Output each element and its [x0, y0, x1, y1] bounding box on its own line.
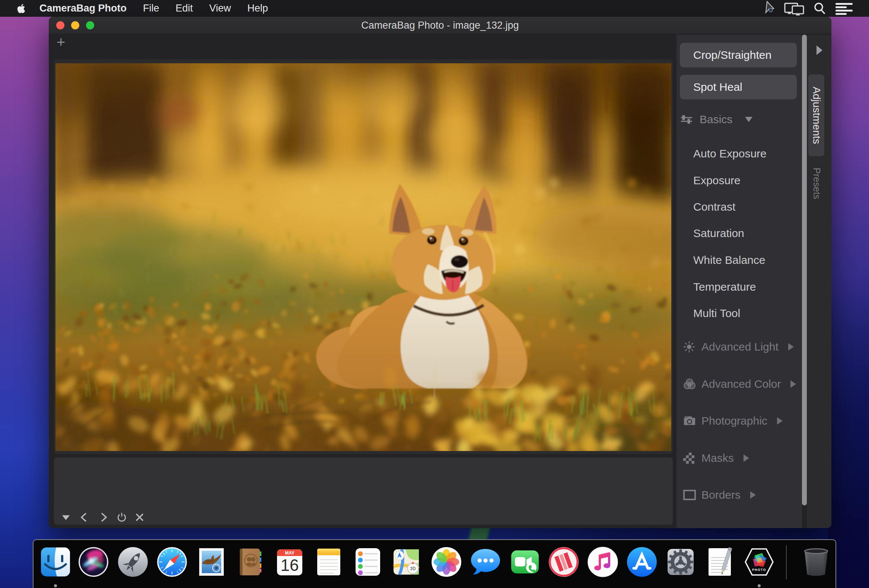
svg-text:3D: 3D — [410, 566, 416, 571]
svg-text:MAY: MAY — [285, 550, 295, 555]
svg-text:PHOTO: PHOTO — [752, 568, 766, 572]
svg-text:16: 16 — [281, 556, 299, 574]
